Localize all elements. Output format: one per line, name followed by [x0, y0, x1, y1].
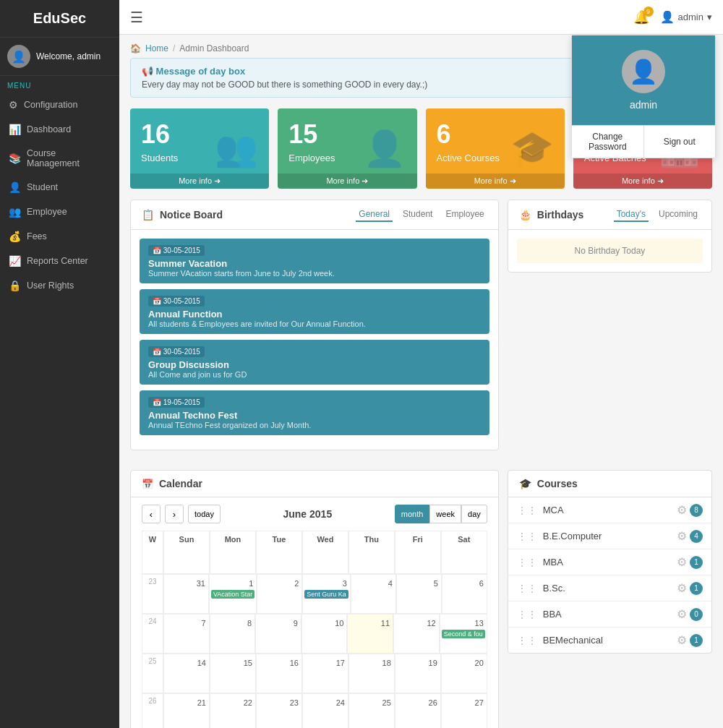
notice-item-annual-techno-fest[interactable]: 📅 19-05-2015 Annual Techno Fest Annual T… — [140, 390, 489, 435]
stat-card-active-courses[interactable]: 6 Active Courses 🎓 More info ➜ — [426, 108, 565, 189]
birthday-tab-todays[interactable]: Today's — [614, 207, 649, 222]
cal-week-25: 25 14 15 16 17 18 19 20 — [142, 654, 487, 693]
sidebar-item-configuration[interactable]: ⚙ Configuration — [0, 93, 119, 117]
user-dropdown[interactable]: 👤 admin ▾ — [660, 10, 712, 24]
cal-day-8[interactable]: 8 — [210, 614, 256, 654]
left-column: 📋 Notice Board GeneralStudentEmployee 📅 … — [130, 200, 499, 459]
cal-week-24: 24 7 8 9 10 11 12 13 Second & fou — [142, 614, 487, 654]
cal-day-9[interactable]: 9 — [255, 614, 301, 654]
notification-bell[interactable]: 🔔 9 — [633, 9, 649, 25]
cal-day-2[interactable]: 2 — [257, 574, 302, 614]
calendar-nav: ‹ › today June 2015 month week day — [131, 497, 498, 523]
cal-head-sun: Sun — [163, 531, 210, 574]
course-settings-icon[interactable]: ⚙ — [677, 503, 687, 517]
course-name: MCA — [543, 505, 677, 515]
notice-item-summer-vacation[interactable]: 📅 30-05-2015 Summer Vacation Summer VAca… — [140, 239, 489, 283]
cal-week-26: 26 21 22 23 24 25 26 27 — [142, 693, 487, 728]
stat-card-employees[interactable]: 15 Employees 👤 More info ➜ — [278, 108, 416, 189]
sidebar-item-student[interactable]: 👤 Student — [0, 175, 119, 200]
cal-day-22[interactable]: 22 — [210, 693, 256, 728]
notice-title: Annual Techno Fest — [148, 410, 481, 421]
cal-day-15[interactable]: 15 — [210, 654, 256, 693]
cal-day-23[interactable]: 23 — [256, 693, 302, 728]
course-item-becomputer[interactable]: ⋮⋮ B.E.Computer ⚙ 4 — [508, 523, 711, 549]
calendar-day-view-btn[interactable]: day — [461, 505, 487, 523]
notice-date: 📅 19-05-2015 — [148, 397, 205, 408]
cal-day-1[interactable]: 1 VAcation Star — [209, 574, 257, 614]
calendar-prev-btn[interactable]: ‹ — [142, 505, 161, 523]
cal-day-20[interactable]: 20 — [441, 654, 487, 693]
sidebar-item-employee[interactable]: 👥 Employee — [0, 200, 119, 224]
cal-day-26[interactable]: 26 — [395, 693, 441, 728]
cal-day-19[interactable]: 19 — [395, 654, 441, 693]
sidebar-item-fees[interactable]: 💰 Fees — [0, 224, 119, 249]
cal-day-5[interactable]: 5 — [396, 574, 442, 614]
stat-more-students[interactable]: More info ➜ — [130, 174, 269, 189]
stat-icon-students: 👥 — [215, 129, 258, 169]
cal-day-17[interactable]: 17 — [302, 654, 348, 693]
cal-day-14[interactable]: 14 — [163, 654, 210, 693]
sidebar-item-reports-center[interactable]: 📈 Reports Center — [0, 249, 119, 273]
notice-tab-general[interactable]: General — [356, 207, 393, 222]
course-item-mba[interactable]: ⋮⋮ MBA ⚙ 1 — [508, 549, 711, 575]
courses-panel: 🎓 Courses ⋮⋮ MCA ⚙ 8 ⋮⋮ B.E.Computer ⚙ 4… — [508, 470, 712, 654]
cal-event[interactable]: VAcation Star — [211, 590, 254, 599]
cal-day-18[interactable]: 18 — [348, 654, 395, 693]
topbar: ☰ 🔔 9 👤 admin ▾ — [119, 0, 723, 35]
sidebar-item-course-management[interactable]: 📚 Course Management — [0, 142, 119, 175]
calendar-week-view-btn[interactable]: week — [429, 505, 461, 523]
calendar-today-btn[interactable]: today — [188, 505, 221, 523]
home-icon: 🏠 — [130, 43, 141, 53]
breadcrumb-home[interactable]: Home — [145, 43, 168, 53]
cal-event[interactable]: Second & fou — [442, 630, 485, 638]
cal-day-21[interactable]: 21 — [163, 693, 210, 728]
cal-day-11[interactable]: 11 — [347, 614, 393, 654]
notice-item-group-discussion[interactable]: 📅 30-05-2015 Group Discussion All Come a… — [140, 340, 489, 385]
stat-more-employees[interactable]: More info ➜ — [278, 174, 416, 189]
birthday-tab-upcoming[interactable]: Upcoming — [656, 207, 701, 222]
cal-day-10[interactable]: 10 — [301, 614, 348, 654]
sign-out-button[interactable]: Sign out — [644, 126, 716, 158]
cal-day-3[interactable]: 3 Sent Guru Ka — [302, 574, 351, 614]
change-password-button[interactable]: Change Password — [572, 126, 644, 158]
calendar-column: 📅 Calendar ‹ › today June 2015 month wee… — [130, 470, 499, 728]
course-item-bba[interactable]: ⋮⋮ BBA ⚙ 0 — [508, 601, 711, 628]
cal-day-16[interactable]: 16 — [256, 654, 302, 693]
calendar-next-btn[interactable]: › — [165, 505, 184, 523]
cal-day-13[interactable]: 13 Second & fou — [440, 614, 487, 654]
course-settings-icon[interactable]: ⚙ — [677, 633, 687, 647]
fees-label: Fees — [27, 231, 47, 241]
stat-card-students[interactable]: 16 Students 👥 More info ➜ — [130, 108, 269, 189]
cal-day-7[interactable]: 7 — [163, 614, 210, 654]
course-item-mca[interactable]: ⋮⋮ MCA ⚙ 8 — [508, 497, 711, 523]
calendar-month-view-btn[interactable]: month — [395, 505, 430, 523]
course-settings-icon[interactable]: ⚙ — [677, 607, 687, 621]
cal-day-6[interactable]: 6 — [442, 574, 487, 614]
course-settings-icon[interactable]: ⚙ — [677, 555, 687, 569]
notice-tab-employee[interactable]: Employee — [442, 207, 487, 222]
course-settings-icon[interactable]: ⚙ — [677, 529, 687, 543]
cal-head-thu: Thu — [348, 531, 395, 574]
cal-day-27[interactable]: 27 — [441, 693, 487, 728]
stat-more-active-batches[interactable]: More info ➜ — [573, 174, 712, 189]
course-settings-icon[interactable]: ⚙ — [677, 581, 687, 595]
notice-tab-student[interactable]: Student — [400, 207, 435, 222]
cal-event[interactable]: Sent Guru Ka — [304, 590, 348, 599]
cal-day-31[interactable]: 31 — [163, 574, 209, 614]
course-item-bsc[interactable]: ⋮⋮ B.Sc. ⚙ 1 — [508, 575, 711, 601]
stat-icon-active-courses: 🎓 — [510, 129, 554, 169]
reports-center-label: Reports Center — [27, 256, 88, 266]
cal-day-4[interactable]: 4 — [351, 574, 396, 614]
course-item-bemechanical[interactable]: ⋮⋮ BEMechanical ⚙ 1 — [508, 628, 711, 653]
stat-more-active-courses[interactable]: More info ➜ — [426, 174, 565, 189]
cal-day-25[interactable]: 25 — [348, 693, 395, 728]
hamburger-icon[interactable]: ☰ — [130, 9, 143, 26]
notice-item-annual-function[interactable]: 📅 30-05-2015 Annual Function All student… — [140, 289, 489, 334]
calendar-panel: 📅 Calendar ‹ › today June 2015 month wee… — [130, 470, 499, 728]
course-name: B.Sc. — [543, 583, 677, 594]
course-badge: 8 — [690, 504, 703, 517]
sidebar-item-dashboard[interactable]: 📊 Dashboard — [0, 117, 119, 142]
cal-day-24[interactable]: 24 — [302, 693, 348, 728]
cal-day-12[interactable]: 12 — [393, 614, 440, 654]
sidebar-item-user-rights[interactable]: 🔒 User Rights — [0, 273, 119, 298]
